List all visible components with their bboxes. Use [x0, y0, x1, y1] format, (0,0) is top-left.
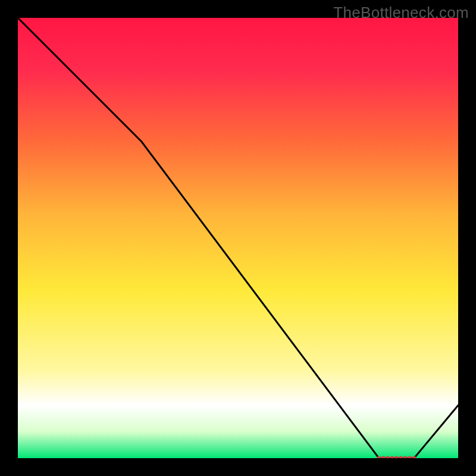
- chart-svg: [18, 18, 458, 458]
- chart-container: TheBottleneck.com: [0, 0, 476, 476]
- marker-layer: [377, 456, 416, 459]
- plot-area: [18, 18, 458, 458]
- watermark-text: TheBottleneck.com: [333, 4, 469, 22]
